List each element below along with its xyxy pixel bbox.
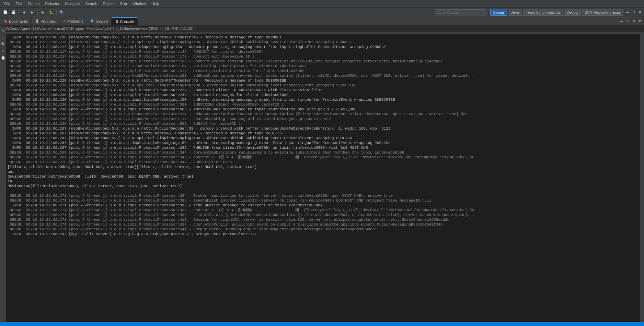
tab-progress[interactable]: ⏳ Progress <box>32 17 59 25</box>
search-tab-icon: 🔍 <box>91 19 95 23</box>
problems-icon: ⚠ <box>63 19 66 23</box>
tab-controls: — □ ✕ ▼ <box>617 19 644 24</box>
tab-minimize-btn[interactable]: — <box>619 19 624 24</box>
left-icon-2[interactable]: ☰ <box>0 34 6 40</box>
console-content: INFO 05-19 19:22:06.216 [nioEventLoopGro… <box>6 34 640 237</box>
tab-problems[interactable]: ⚠ Problems <box>59 17 87 25</box>
close-main-btn[interactable]: ✕ <box>637 10 643 15</box>
console-icon: 🖥 <box>115 20 118 23</box>
toolbar: 📄 💾 ◀ ▶ ▶ 🐛 🔍 Spring Java Team Synchroni… <box>0 8 644 17</box>
menu-edit[interactable]: Edit <box>13 1 25 7</box>
toolbar-run[interactable]: ▶ <box>39 9 47 16</box>
tab-bookmarks-label: Bookmarks <box>9 19 28 23</box>
tab-progress-label: Progress <box>41 19 56 23</box>
console-area[interactable]: INFO 05-19 19:22:06.216 [nioEventLoopGro… <box>6 34 640 322</box>
toolbar-debug[interactable]: 🐛 <box>47 9 55 16</box>
tab-console-label: Console <box>120 20 134 24</box>
status-bar <box>0 322 644 326</box>
tab-maximize-btn[interactable]: □ <box>625 19 630 24</box>
tab-bookmarks[interactable]: 🔖 Bookmarks <box>0 17 32 25</box>
menu-help[interactable]: Help <box>149 1 162 7</box>
console-title: GWCommAgent (1) [Apache Tomcat] C:\Progr… <box>3 26 194 31</box>
toolbar-save[interactable]: 💾 <box>10 9 17 16</box>
toolbar-sep-2 <box>37 10 38 15</box>
minimize-btn[interactable]: — <box>625 10 630 15</box>
left-icon-1[interactable]: ⊕ <box>0 27 6 33</box>
menu-file[interactable]: File <box>1 1 13 7</box>
console-title-bar: GWCommAgent (1) [Apache Tomcat] C:\Progr… <box>0 25 644 32</box>
toolbar-search[interactable]: 🔍 <box>58 9 66 16</box>
tab-search[interactable]: 🔍 Search <box>87 17 112 25</box>
toolbar-new[interactable]: 📄 <box>1 9 9 16</box>
toolbar-sep-4 <box>488 10 488 15</box>
menu-window[interactable]: Window <box>130 1 149 7</box>
progress-icon: ⏳ <box>35 19 39 23</box>
perspective-svn[interactable]: SVN Repository Expr <box>582 9 623 16</box>
quick-access-input[interactable] <box>435 9 486 15</box>
bookmarks-icon: 🔖 <box>3 19 8 23</box>
toolbar-back[interactable]: ◀ <box>20 9 28 16</box>
tab-more-btn[interactable]: ▼ <box>637 19 643 24</box>
tab-problems-label: Problems <box>67 19 83 23</box>
tab-console[interactable]: 🖥 Console <box>112 17 137 25</box>
menu-refactor[interactable]: Refactor <box>43 1 62 7</box>
toolbar-sep-3 <box>56 10 57 15</box>
left-icon-3[interactable]: 🔍 <box>0 41 6 47</box>
menu-search[interactable]: Search <box>83 1 100 7</box>
quick-access-area <box>435 9 486 15</box>
left-icon-5[interactable]: 📋 <box>0 55 6 60</box>
tab-close-btn[interactable]: ✕ <box>631 19 636 24</box>
tab-search-label: Search <box>96 19 108 23</box>
perspective-debug[interactable]: Debug <box>564 9 581 16</box>
perspective-bar: Spring Java Team Synchronizing Debug SVN… <box>490 8 624 17</box>
menu-bar: File Edit Source Refactor Navigate Searc… <box>0 0 644 8</box>
tab-bar: 🔖 Bookmarks ⏳ Progress ⚠ Problems 🔍 Sear… <box>0 17 644 25</box>
toolbar-right: — □ ✕ <box>625 10 643 15</box>
toolbar-forward[interactable]: ▶ <box>28 9 36 16</box>
menu-project[interactable]: Project <box>100 1 117 7</box>
toolbar-sep-1 <box>19 10 19 15</box>
maximize-btn[interactable]: □ <box>631 10 636 15</box>
perspective-java[interactable]: Java <box>508 9 522 16</box>
menu-run[interactable]: Run <box>117 1 130 7</box>
perspective-team[interactable]: Team Synchronizing <box>523 9 563 16</box>
perspective-spring[interactable]: Spring <box>490 9 507 16</box>
left-icon-4[interactable]: ⚙ <box>0 48 6 53</box>
left-icons: ⊕ ☰ 🔍 ⚙ 📋 <box>0 26 6 326</box>
menu-navigate[interactable]: Navigate <box>62 1 82 7</box>
menu-source[interactable]: Source <box>25 1 43 7</box>
